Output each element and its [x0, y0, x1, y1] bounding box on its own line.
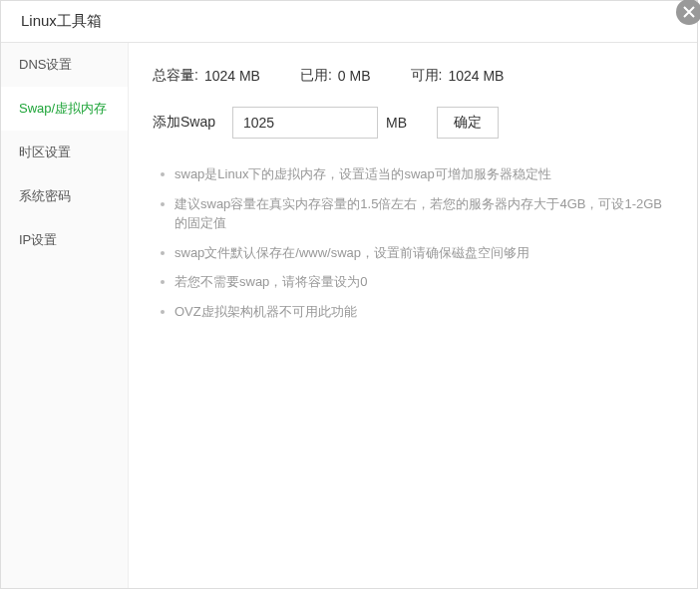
sidebar-item-label: DNS设置 — [19, 57, 72, 72]
stat-used-label: 已用: — [300, 67, 332, 85]
stat-used: 已用: 0 MB — [300, 67, 371, 85]
sidebar: DNS设置 Swap/虚拟内存 时区设置 系统密码 IP设置 — [1, 43, 129, 588]
titlebar: Linux工具箱 — [1, 1, 697, 43]
tip-item: OVZ虚拟架构机器不可用此功能 — [157, 302, 673, 322]
sidebar-item-label: 系统密码 — [19, 188, 71, 203]
sidebar-item-label: IP设置 — [19, 232, 57, 247]
sidebar-item-timezone[interactable]: 时区设置 — [1, 131, 128, 174]
sidebar-item-dns[interactable]: DNS设置 — [1, 43, 128, 87]
tip-item: 若您不需要swap，请将容量设为0 — [157, 272, 673, 292]
add-swap-label: 添加Swap — [153, 114, 220, 132]
stat-used-value: 0 MB — [338, 68, 371, 84]
sidebar-item-label: Swap/虚拟内存 — [19, 101, 107, 116]
sidebar-item-password[interactable]: 系统密码 — [1, 174, 128, 218]
confirm-button[interactable]: 确定 — [437, 107, 499, 139]
tip-item: swap文件默认保存在/www/swap，设置前请确保磁盘空间够用 — [157, 243, 673, 263]
stat-total-label: 总容量: — [153, 67, 198, 85]
stat-avail: 可用: 1024 MB — [411, 67, 505, 85]
close-button[interactable] — [676, 0, 700, 25]
stat-total-value: 1024 MB — [204, 68, 260, 84]
tip-item: 建议swap容量在真实内存容量的1.5倍左右，若您的服务器内存大于4GB，可设1… — [157, 194, 673, 233]
stat-avail-label: 可用: — [411, 67, 443, 85]
close-icon — [683, 6, 695, 18]
window-title: Linux工具箱 — [21, 12, 102, 31]
stat-avail-value: 1024 MB — [448, 68, 504, 84]
window: Linux工具箱 DNS设置 Swap/虚拟内存 时区设置 系统密码 IP设置 … — [0, 0, 698, 589]
unit-label: MB — [386, 115, 407, 131]
stat-total: 总容量: 1024 MB — [153, 67, 260, 85]
swap-size-input[interactable] — [232, 107, 378, 139]
tip-item: swap是Linux下的虚拟内存，设置适当的swap可增加服务器稳定性 — [157, 164, 673, 184]
form-row: 添加Swap MB 确定 — [153, 107, 673, 139]
sidebar-item-label: 时区设置 — [19, 145, 71, 159]
content-panel: 总容量: 1024 MB 已用: 0 MB 可用: 1024 MB 添加Swap… — [129, 43, 697, 588]
sidebar-item-swap[interactable]: Swap/虚拟内存 — [1, 87, 128, 131]
tips-list: swap是Linux下的虚拟内存，设置适当的swap可增加服务器稳定性 建议sw… — [153, 164, 673, 321]
sidebar-item-ip[interactable]: IP设置 — [1, 218, 128, 262]
stats-row: 总容量: 1024 MB 已用: 0 MB 可用: 1024 MB — [153, 67, 673, 85]
window-body: DNS设置 Swap/虚拟内存 时区设置 系统密码 IP设置 总容量: 1024… — [1, 43, 697, 588]
